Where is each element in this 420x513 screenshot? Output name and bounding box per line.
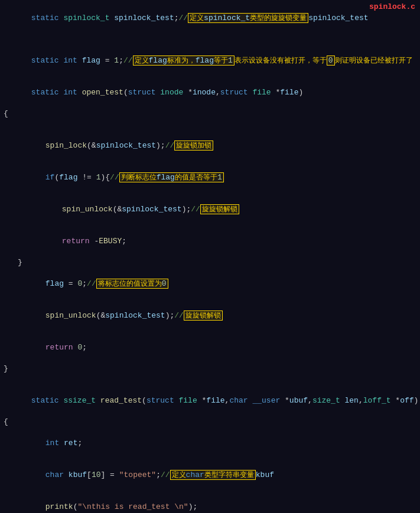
code-line: } [0, 257, 420, 268]
code-line: static int flag = 1;//定义flag标准为，flag等于1表… [0, 45, 420, 77]
code-line [0, 119, 420, 130]
code-line: spin_lock(&spinlock_test);//旋旋锁加锁 [0, 130, 420, 162]
code-line: } [0, 364, 420, 374]
code-line: char kbuf[10] = "topeet";//定义char类型字符串变量… [0, 459, 420, 491]
code-editor: spinlock.c static spinlock_t spinlock_te… [0, 0, 420, 513]
code-line: printk("\nthis is read_test \n"); [0, 491, 420, 513]
code-line: if(flag != 1){//判断标志位flag的值是否等于1 [0, 162, 420, 194]
code-line: spin_unlock(&spinlock_test);//旋旋锁解锁 [0, 194, 420, 226]
code-line: int ret; [0, 427, 420, 459]
code-line: return 0; [0, 332, 420, 364]
code-line: return -EBUSY; [0, 226, 420, 257]
filename-label: spinlock.c [369, 2, 415, 11]
code-line: { [0, 109, 420, 119]
code-line: flag = 0;//将标志位的值设置为0 [0, 268, 420, 300]
code-line: { [0, 417, 420, 427]
code-line: spin_unlock(&spinlock_test);//旋旋锁解锁 [0, 300, 420, 332]
code-line: static int open_test(struct inode *inode… [0, 77, 420, 109]
code-line: static ssize_t read_test(struct file *fi… [0, 385, 420, 417]
code-line: static spinlock_t spinlock_test;//定义spin… [0, 2, 420, 34]
